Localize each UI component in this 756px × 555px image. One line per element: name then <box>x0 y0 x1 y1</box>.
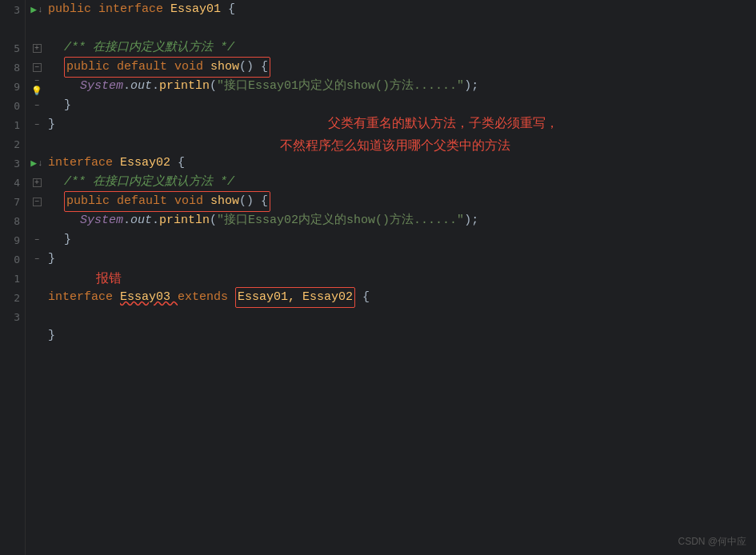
brace: } <box>64 230 71 250</box>
code-line: System . out . println ( "接口Essay02内定义的s… <box>48 211 756 230</box>
code-line-redbox1: public default void show () { <box>48 58 756 77</box>
string-literal: "接口Essay01内定义的show()方法......" <box>217 77 464 96</box>
line-num: 1 <box>0 269 25 288</box>
code-editor: public interface Essay01 { /** 在接口内定义默认方… <box>48 0 756 555</box>
annotation-line2: 不然程序怎么知道该用哪个父类中的方法 <box>280 138 510 154</box>
gutter-empty <box>26 19 48 38</box>
line-num: 3 <box>0 307 25 326</box>
line-num: 9 <box>0 230 25 250</box>
code-plain: { <box>355 288 370 307</box>
gutter-run-icon[interactable]: ▶ ↓ <box>26 0 48 19</box>
code-line: interface Essay02 { <box>48 154 756 173</box>
red-box-highlight-2: public default void show () { <box>64 191 270 212</box>
gutter-fold[interactable]: + <box>26 38 48 58</box>
line-num: 8 <box>0 211 25 230</box>
bracket: ( <box>210 77 217 96</box>
code-line <box>48 307 756 326</box>
method-println: println <box>159 77 210 96</box>
dot: . <box>152 77 159 96</box>
line-num: 9 <box>0 77 25 96</box>
code-line-error-label: 报错 <box>48 269 756 288</box>
code-plain: () { <box>239 192 268 211</box>
gutter-fold[interactable]: + <box>26 173 48 192</box>
keyword-void: void <box>174 192 210 211</box>
code-line: public interface Essay01 { <box>48 0 756 19</box>
line-num: 5 <box>0 38 25 58</box>
gutter-empty <box>26 269 48 288</box>
gutter-run-icon[interactable]: ▶ ↓ <box>26 154 48 173</box>
comment: /** 在接口内定义默认方法 */ <box>64 173 234 192</box>
brace: } <box>48 326 55 345</box>
keyword-default: default <box>117 192 174 211</box>
gutter-minus: − <box>26 230 48 250</box>
line-num: 3 <box>0 154 25 173</box>
line-numbers: 3 5 8 9 0 1 2 3 4 7 8 9 0 1 2 3 <box>0 0 26 555</box>
comment: /** 在接口内定义默认方法 */ <box>64 38 234 58</box>
gutter-minus-bulb[interactable]: − 💡 <box>26 77 48 96</box>
dot: . <box>152 211 159 230</box>
keyword-default: default <box>117 58 174 77</box>
gutter-minus: − <box>26 250 48 269</box>
system-out: System <box>80 77 123 96</box>
dot: . <box>123 77 130 96</box>
brace: } <box>48 250 55 269</box>
red-box-highlight: public default void show () { <box>64 57 270 78</box>
code-line: /** 在接口内定义默认方法 */ <box>48 38 756 58</box>
gutter-minus: − <box>26 96 48 115</box>
keyword-interface: interface <box>98 0 170 19</box>
string-literal: "接口Essay02内定义的show()方法......" <box>217 211 464 230</box>
keyword-public: public <box>66 192 117 211</box>
method-println: println <box>159 211 210 230</box>
extends-highlight: Essay01, Essay02 <box>235 287 355 308</box>
code-line: } <box>48 250 756 269</box>
keyword-interface: interface <box>48 288 120 307</box>
keyword-public: public <box>66 58 117 77</box>
gutter: ▶ ↓ + − − 💡 − − ▶ ↓ <box>26 0 48 555</box>
brace: { <box>228 0 235 19</box>
code-line: } <box>48 326 756 345</box>
dot: . <box>123 211 130 230</box>
keyword-public: public <box>48 0 98 19</box>
line-num: 0 <box>0 250 25 269</box>
brace: { <box>178 154 185 173</box>
system-out-field: out <box>130 211 152 230</box>
brace: } <box>64 96 71 115</box>
class-name: Essay02 <box>120 154 178 173</box>
gutter-empty <box>26 134 48 154</box>
code-line: } <box>48 230 756 250</box>
system-out-field: out <box>130 77 152 96</box>
code-line-redbox2: public default void show () { <box>48 192 756 211</box>
line-num: 3 <box>0 0 25 19</box>
line-num: 1 <box>0 115 25 134</box>
keyword-void: void <box>174 58 210 77</box>
method-name: show <box>210 58 239 77</box>
code-line <box>48 19 756 38</box>
line-num: 4 <box>0 173 25 192</box>
gutter-empty <box>26 288 48 307</box>
gutter-fold[interactable]: − <box>26 58 48 77</box>
brace: } <box>48 115 55 134</box>
code-lines: public interface Essay01 { /** 在接口内定义默认方… <box>48 0 756 345</box>
keyword-extends: extends <box>178 288 235 307</box>
annotation-line1: 父类有重名的默认方法，子类必须重写， <box>328 115 558 132</box>
gutter-empty <box>26 307 48 326</box>
gutter-minus: − <box>26 115 48 134</box>
class-name-underline: Essay03 <box>120 288 178 307</box>
error-label: 报错 <box>96 269 122 288</box>
code-plain: ); <box>464 77 478 96</box>
code-plain: () { <box>239 58 268 77</box>
gutter-fold[interactable]: − <box>26 192 48 211</box>
line-num <box>0 19 25 38</box>
line-num: 2 <box>0 134 25 154</box>
editor-container: 3 5 8 9 0 1 2 3 4 7 8 9 0 1 2 3 ▶ ↓ + − <box>0 0 756 555</box>
keyword-interface: interface <box>48 154 120 173</box>
code-line-interface03: interface Essay03 extends Essay01, Essay… <box>48 288 756 307</box>
code-line: /** 在接口内定义默认方法 */ <box>48 173 756 192</box>
gutter-empty <box>26 211 48 230</box>
extends-classes: Essay01, Essay02 <box>238 288 353 307</box>
code-line: } <box>48 96 756 115</box>
code-line: System . out . println ( "接口Essay01内定义的s… <box>48 77 756 96</box>
method-name: show <box>210 192 239 211</box>
line-num <box>0 326 25 345</box>
line-num: 8 <box>0 58 25 77</box>
